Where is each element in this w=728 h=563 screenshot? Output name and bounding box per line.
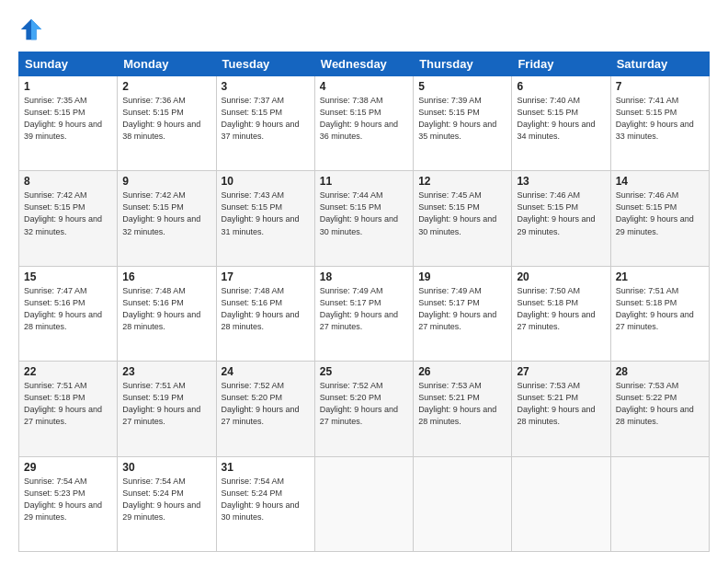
day-number: 6 — [517, 80, 605, 93]
day-number: 4 — [320, 80, 408, 93]
calendar-cell: 17 Sunrise: 7:48 AMSunset: 5:16 PMDaylig… — [216, 266, 314, 361]
day-content: Sunrise: 7:37 AMSunset: 5:15 PMDaylight:… — [222, 95, 310, 143]
day-content: Sunrise: 7:40 AMSunset: 5:15 PMDaylight:… — [517, 95, 605, 143]
day-number: 3 — [222, 80, 310, 93]
calendar-cell: 19 Sunrise: 7:49 AMSunset: 5:17 PMDaylig… — [414, 266, 512, 361]
day-number: 28 — [616, 365, 704, 378]
day-number: 23 — [122, 365, 210, 378]
calendar-cell: 14 Sunrise: 7:46 AMSunset: 5:15 PMDaylig… — [610, 171, 709, 266]
calendar-cell — [314, 456, 413, 551]
calendar-cell — [512, 456, 610, 551]
day-number: 7 — [616, 80, 704, 93]
calendar-header-row: SundayMondayTuesdayWednesdayThursdayFrid… — [19, 52, 710, 76]
calendar-cell: 11 Sunrise: 7:44 AMSunset: 5:15 PMDaylig… — [314, 171, 413, 266]
day-number: 17 — [222, 270, 310, 283]
day-content: Sunrise: 7:42 AMSunset: 5:15 PMDaylight:… — [122, 190, 210, 237]
day-number: 15 — [24, 270, 112, 283]
day-content: Sunrise: 7:46 AMSunset: 5:15 PMDaylight:… — [517, 190, 605, 237]
calendar-week-row: 8 Sunrise: 7:42 AMSunset: 5:15 PMDayligh… — [19, 171, 710, 266]
calendar-cell: 10 Sunrise: 7:43 AMSunset: 5:15 PMDaylig… — [216, 171, 314, 266]
day-content: Sunrise: 7:52 AMSunset: 5:20 PMDaylight:… — [222, 380, 310, 428]
day-content: Sunrise: 7:39 AMSunset: 5:15 PMDaylight:… — [418, 95, 506, 143]
day-content: Sunrise: 7:53 AMSunset: 5:21 PMDaylight:… — [517, 380, 605, 428]
calendar-cell: 1 Sunrise: 7:35 AMSunset: 5:15 PMDayligh… — [19, 76, 118, 171]
day-content: Sunrise: 7:44 AMSunset: 5:15 PMDaylight:… — [320, 190, 408, 237]
day-content: Sunrise: 7:38 AMSunset: 5:15 PMDaylight:… — [320, 95, 408, 143]
day-content: Sunrise: 7:52 AMSunset: 5:20 PMDaylight:… — [320, 380, 408, 428]
day-content: Sunrise: 7:43 AMSunset: 5:15 PMDaylight:… — [222, 190, 310, 237]
day-number: 27 — [517, 365, 605, 378]
day-content: Sunrise: 7:54 AMSunset: 5:24 PMDaylight:… — [122, 476, 210, 523]
day-number: 5 — [418, 80, 506, 93]
calendar-cell: 4 Sunrise: 7:38 AMSunset: 5:15 PMDayligh… — [314, 76, 413, 171]
calendar-cell: 30 Sunrise: 7:54 AMSunset: 5:24 PMDaylig… — [118, 456, 216, 551]
calendar-body: 1 Sunrise: 7:35 AMSunset: 5:15 PMDayligh… — [19, 76, 710, 552]
calendar-cell — [414, 456, 512, 551]
calendar-cell: 13 Sunrise: 7:46 AMSunset: 5:15 PMDaylig… — [512, 171, 610, 266]
calendar-cell: 24 Sunrise: 7:52 AMSunset: 5:20 PMDaylig… — [216, 362, 314, 456]
calendar-header-cell: Tuesday — [216, 52, 314, 76]
day-number: 19 — [418, 270, 506, 283]
calendar-week-row: 15 Sunrise: 7:47 AMSunset: 5:16 PMDaylig… — [19, 266, 710, 361]
calendar-header-cell: Thursday — [414, 52, 512, 76]
day-number: 13 — [517, 175, 605, 188]
day-number: 16 — [122, 270, 210, 283]
calendar-cell: 3 Sunrise: 7:37 AMSunset: 5:15 PMDayligh… — [216, 76, 314, 171]
calendar-cell: 16 Sunrise: 7:48 AMSunset: 5:16 PMDaylig… — [118, 266, 216, 361]
calendar-header-cell: Friday — [512, 52, 610, 76]
day-content: Sunrise: 7:45 AMSunset: 5:15 PMDaylight:… — [418, 190, 506, 237]
day-content: Sunrise: 7:49 AMSunset: 5:17 PMDaylight:… — [418, 285, 506, 333]
calendar-cell: 12 Sunrise: 7:45 AMSunset: 5:15 PMDaylig… — [414, 171, 512, 266]
page: SundayMondayTuesdayWednesdayThursdayFrid… — [0, 0, 728, 563]
calendar-table: SundayMondayTuesdayWednesdayThursdayFrid… — [18, 52, 710, 552]
calendar-cell: 2 Sunrise: 7:36 AMSunset: 5:15 PMDayligh… — [118, 76, 216, 171]
day-number: 11 — [320, 175, 408, 188]
day-content: Sunrise: 7:54 AMSunset: 5:24 PMDaylight:… — [222, 476, 310, 523]
day-content: Sunrise: 7:46 AMSunset: 5:15 PMDaylight:… — [616, 190, 704, 237]
calendar-week-row: 22 Sunrise: 7:51 AMSunset: 5:18 PMDaylig… — [19, 362, 710, 456]
day-content: Sunrise: 7:50 AMSunset: 5:18 PMDaylight:… — [517, 285, 605, 333]
calendar-cell: 20 Sunrise: 7:50 AMSunset: 5:18 PMDaylig… — [512, 266, 610, 361]
day-number: 1 — [24, 80, 112, 93]
day-number: 29 — [24, 461, 112, 474]
svg-marker-1 — [31, 19, 41, 40]
day-number: 26 — [418, 365, 506, 378]
day-number: 18 — [320, 270, 408, 283]
calendar-week-row: 1 Sunrise: 7:35 AMSunset: 5:15 PMDayligh… — [19, 76, 710, 171]
calendar-header-cell: Saturday — [610, 52, 709, 76]
calendar-cell: 25 Sunrise: 7:52 AMSunset: 5:20 PMDaylig… — [314, 362, 413, 456]
calendar-cell: 26 Sunrise: 7:53 AMSunset: 5:21 PMDaylig… — [414, 362, 512, 456]
calendar-cell — [610, 456, 709, 551]
calendar-header-cell: Sunday — [19, 52, 118, 76]
day-number: 20 — [517, 270, 605, 283]
day-content: Sunrise: 7:53 AMSunset: 5:22 PMDaylight:… — [616, 380, 704, 428]
day-content: Sunrise: 7:51 AMSunset: 5:18 PMDaylight:… — [616, 285, 704, 333]
calendar-header-cell: Wednesday — [314, 52, 413, 76]
day-content: Sunrise: 7:36 AMSunset: 5:15 PMDaylight:… — [122, 95, 210, 143]
calendar-cell: 18 Sunrise: 7:49 AMSunset: 5:17 PMDaylig… — [314, 266, 413, 361]
calendar-cell: 5 Sunrise: 7:39 AMSunset: 5:15 PMDayligh… — [414, 76, 512, 171]
calendar-header-cell: Monday — [118, 52, 216, 76]
day-content: Sunrise: 7:48 AMSunset: 5:16 PMDaylight:… — [222, 285, 310, 333]
calendar-cell: 29 Sunrise: 7:54 AMSunset: 5:23 PMDaylig… — [19, 456, 118, 551]
calendar-cell: 15 Sunrise: 7:47 AMSunset: 5:16 PMDaylig… — [19, 266, 118, 361]
day-number: 12 — [418, 175, 506, 188]
calendar-cell: 27 Sunrise: 7:53 AMSunset: 5:21 PMDaylig… — [512, 362, 610, 456]
header — [18, 17, 710, 42]
day-number: 8 — [24, 175, 112, 188]
calendar-cell: 8 Sunrise: 7:42 AMSunset: 5:15 PMDayligh… — [19, 171, 118, 266]
logo — [18, 17, 48, 42]
day-number: 22 — [24, 365, 112, 378]
day-content: Sunrise: 7:53 AMSunset: 5:21 PMDaylight:… — [418, 380, 506, 428]
day-number: 24 — [222, 365, 310, 378]
day-number: 30 — [122, 461, 210, 474]
day-content: Sunrise: 7:54 AMSunset: 5:23 PMDaylight:… — [24, 476, 112, 523]
day-content: Sunrise: 7:49 AMSunset: 5:17 PMDaylight:… — [320, 285, 408, 333]
calendar-cell: 23 Sunrise: 7:51 AMSunset: 5:19 PMDaylig… — [118, 362, 216, 456]
day-number: 9 — [122, 175, 210, 188]
day-content: Sunrise: 7:47 AMSunset: 5:16 PMDaylight:… — [24, 285, 112, 333]
calendar-cell: 9 Sunrise: 7:42 AMSunset: 5:15 PMDayligh… — [118, 171, 216, 266]
calendar-cell: 6 Sunrise: 7:40 AMSunset: 5:15 PMDayligh… — [512, 76, 610, 171]
day-content: Sunrise: 7:51 AMSunset: 5:18 PMDaylight:… — [24, 380, 112, 428]
day-number: 2 — [122, 80, 210, 93]
